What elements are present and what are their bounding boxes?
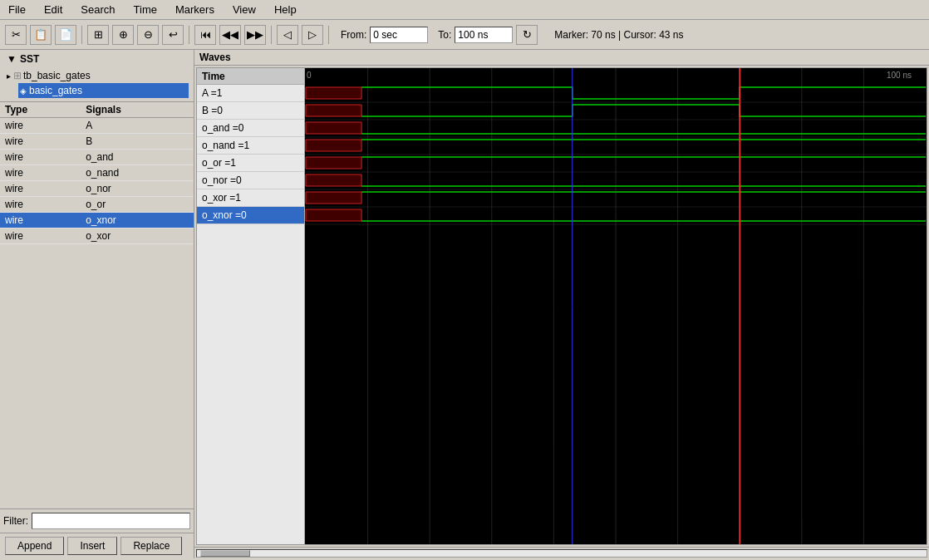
zoom-fit-button[interactable]: ⊞ (87, 25, 109, 45)
from-input[interactable] (370, 27, 428, 43)
wave-signal-row[interactable]: o_xor =1 (197, 189, 304, 207)
zoom-in-button[interactable]: ⊕ (112, 25, 134, 45)
replace-button[interactable]: Replace (120, 537, 182, 555)
signal-table-row[interactable]: wireo_nor (0, 181, 194, 197)
menu-view[interactable]: View (228, 2, 261, 17)
signals-table: Type Signals wireAwireBwireo_andwireo_na… (0, 102, 194, 244)
tb-icon: ⊞ (13, 70, 22, 81)
filter-label: Filter: (3, 515, 28, 527)
menu-search[interactable]: Search (76, 2, 120, 17)
sst-tree: ▸ ⊞ tb_basic_gates ◈ basic_gates (2, 66, 192, 100)
to-input[interactable] (455, 27, 513, 43)
signal-name: B (81, 134, 194, 150)
signal-table-row[interactable]: wireA (0, 118, 194, 134)
menubar: File Edit Search Time Markers View Help (0, 0, 929, 20)
prev-button[interactable]: ◀◀ (219, 25, 241, 45)
menu-edit[interactable]: Edit (39, 2, 67, 17)
left-panel: ▼ SST ▸ ⊞ tb_basic_gates ◈ basic_gates (0, 50, 194, 558)
cut-button[interactable]: ✂ (5, 25, 27, 45)
main-layout: ▼ SST ▸ ⊞ tb_basic_gates ◈ basic_gates (0, 50, 929, 558)
waveform-canvas[interactable] (305, 68, 927, 544)
menu-markers[interactable]: Markers (170, 2, 219, 17)
menu-help[interactable]: Help (269, 2, 302, 17)
from-label: From: (341, 29, 366, 41)
tree-label-tb: tb_basic_gates (23, 70, 91, 81)
time-header: Time (197, 68, 304, 85)
append-button[interactable]: Append (5, 537, 64, 555)
insert-button[interactable]: Insert (67, 537, 117, 555)
wave-signal-rows: A =1B =0o_and =0o_nand =1o_or =1o_nor =0… (197, 85, 304, 224)
sep2 (189, 26, 189, 44)
filter-section: Filter: (0, 508, 194, 533)
sep4 (328, 26, 329, 44)
scroll-thumb[interactable] (200, 550, 250, 557)
signal-name: o_and (81, 150, 194, 165)
signal-type: wire (0, 197, 81, 213)
signal-name: o_nand (81, 165, 194, 181)
right-panel: Waves Time A =1B =0o_and =0o_nand =1o_or… (194, 50, 929, 558)
signal-type: wire (0, 213, 81, 228)
signal-type: wire (0, 134, 81, 150)
marker-next-button[interactable]: ▷ (302, 25, 323, 45)
tree-leaf-icon: ◈ (20, 86, 27, 96)
signal-table-row[interactable]: wireB (0, 134, 194, 150)
wave-signal-row[interactable]: A =1 (197, 85, 304, 102)
wave-signal-row[interactable]: o_and =0 (197, 120, 304, 137)
menu-file[interactable]: File (3, 2, 31, 17)
filter-input[interactable] (32, 513, 190, 529)
waveform-area[interactable] (305, 68, 927, 544)
undo-button[interactable]: ↩ (162, 25, 184, 45)
signal-type: wire (0, 228, 81, 244)
signal-name: o_xor (81, 228, 194, 244)
signal-type: wire (0, 181, 81, 197)
wave-signal-row[interactable]: o_nor =0 (197, 172, 304, 189)
signal-table-row[interactable]: wireo_xor (0, 228, 194, 244)
tree-item-basic-gates[interactable]: ◈ basic_gates (18, 83, 189, 98)
signal-table-row[interactable]: wireo_xnor (0, 213, 194, 228)
next-button[interactable]: ▶▶ (244, 25, 266, 45)
paste-button[interactable]: 📄 (55, 25, 76, 45)
signal-names-col: Time A =1B =0o_and =0o_nand =1o_or =1o_n… (197, 68, 305, 544)
wave-signal-row[interactable]: o_or =1 (197, 155, 304, 172)
wave-signal-row[interactable]: B =0 (197, 102, 304, 120)
col-type: Type (0, 102, 81, 118)
refresh-button[interactable]: ↻ (516, 25, 538, 45)
sst-section: ▼ SST ▸ ⊞ tb_basic_gates ◈ basic_gates (0, 50, 194, 102)
wave-signal-row[interactable]: o_xnor =0 (197, 207, 304, 224)
signals-table-section: Type Signals wireAwireBwireo_andwireo_na… (0, 102, 194, 508)
signal-type: wire (0, 118, 81, 134)
bottom-buttons: Append Insert Replace (0, 533, 194, 558)
to-label: To: (438, 29, 451, 41)
waves-container: Time A =1B =0o_and =0o_nand =1o_or =1o_n… (196, 67, 927, 545)
menu-time[interactable]: Time (129, 2, 162, 17)
hscrollbar[interactable] (194, 547, 929, 558)
begin-button[interactable]: ⏮ (194, 25, 216, 45)
sst-arrow-icon: ▼ (7, 53, 17, 65)
signal-table-row[interactable]: wireo_or (0, 197, 194, 213)
signal-name: A (81, 118, 194, 134)
tree-indent: ◈ basic_gates (5, 83, 189, 98)
signal-name: o_or (81, 197, 194, 213)
toolbar: ✂ 📋 📄 ⊞ ⊕ ⊖ ↩ ⏮ ◀◀ ▶▶ ◁ ▷ From: To: ↻ Ma… (0, 20, 929, 50)
marker-cursor-info: Marker: 70 ns | Cursor: 43 ns (554, 29, 683, 41)
marker-prev-button[interactable]: ◁ (277, 25, 298, 45)
col-signals: Signals (81, 102, 194, 118)
signal-table-row[interactable]: wireo_nand (0, 165, 194, 181)
zoom-out-button[interactable]: ⊖ (137, 25, 159, 45)
sep1 (81, 26, 82, 44)
sep3 (271, 26, 272, 44)
signal-type: wire (0, 165, 81, 181)
signal-name: o_xnor (81, 213, 194, 228)
wave-signal-row[interactable]: o_nand =1 (197, 137, 304, 155)
signal-table-row[interactable]: wireo_and (0, 150, 194, 165)
copy-button[interactable]: 📋 (30, 25, 52, 45)
waves-title: Waves (194, 50, 929, 66)
signal-name: o_nor (81, 181, 194, 197)
signal-type: wire (0, 150, 81, 165)
sst-header[interactable]: ▼ SST (2, 52, 192, 66)
sst-label: SST (20, 53, 39, 65)
tree-label-bg: basic_gates (29, 85, 82, 96)
scroll-track[interactable] (196, 549, 927, 558)
tree-expand-icon: ▸ (7, 71, 11, 81)
tree-item-tb-basic-gates[interactable]: ▸ ⊞ tb_basic_gates (5, 68, 189, 83)
